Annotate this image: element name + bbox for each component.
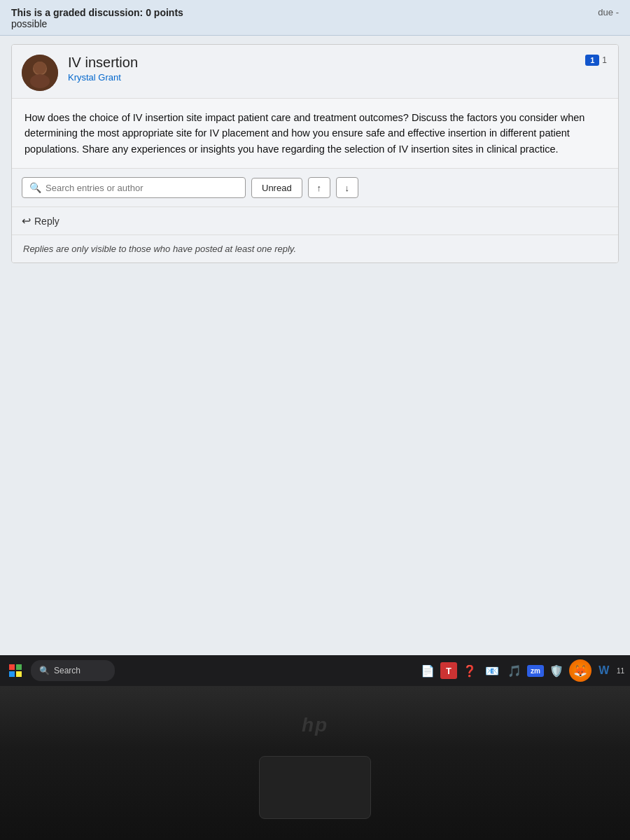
search-filter-row: 🔍 Unread ↑ ↓ (12, 169, 618, 207)
reply-row: ↩ Reply (12, 207, 618, 235)
reply-arrow-icon: ↩ (22, 214, 31, 227)
taskbar-search-icon: 🔍 (39, 666, 50, 676)
taskbar-media-icon[interactable]: 🎵 (505, 661, 524, 680)
graded-title: This is a graded discussion: 0 points (11, 7, 183, 18)
download-icon-button[interactable]: ↓ (336, 177, 358, 198)
search-input[interactable] (46, 183, 238, 193)
post-title-area: IV insertion Krystal Grant (68, 55, 585, 83)
taskbar-w-icon[interactable]: W (594, 661, 614, 680)
unread-button[interactable]: Unread (251, 178, 302, 198)
taskbar-mail-icon[interactable]: 📧 (482, 661, 502, 680)
taskbar: 🔍 Search 📄 T ❓ 📧 🎵 zm 🛡️ 🦊 W 11 (0, 655, 630, 686)
laptop-brand-logo: hp (302, 714, 328, 736)
badge-suffix: 1 (602, 55, 607, 65)
taskbar-search-label: Search (54, 666, 80, 676)
svg-point-2 (30, 74, 50, 88)
taskbar-shield-icon[interactable]: 🛡️ (547, 661, 566, 680)
search-box[interactable]: 🔍 (22, 177, 246, 198)
unread-badge: 1 (585, 55, 599, 66)
post-badge-area: 1 1 (585, 55, 607, 66)
laptop-touchpad (259, 756, 371, 819)
possible-label: possible (11, 18, 183, 29)
post-body-text: How does the choice of IV insertion site… (24, 110, 606, 157)
upload-icon: ↑ (316, 183, 321, 193)
laptop-body: hp (0, 686, 630, 840)
taskbar-search[interactable]: 🔍 Search (31, 660, 115, 681)
screen: This is a graded discussion: 0 points po… (0, 0, 630, 686)
taskbar-zoom-icon[interactable]: zm (527, 665, 544, 677)
taskbar-file-icon[interactable]: 📄 (418, 661, 438, 680)
avatar (22, 55, 58, 91)
reply-label: Reply (34, 216, 59, 227)
download-icon: ↓ (344, 183, 349, 193)
taskbar-help-icon[interactable]: ❓ (460, 661, 479, 680)
taskbar-t-icon[interactable]: T (440, 662, 457, 679)
windows-start-icon[interactable] (6, 661, 25, 680)
svg-point-3 (34, 62, 46, 74)
discussion-card: IV insertion Krystal Grant 1 1 How does … (11, 44, 619, 263)
post-title: IV insertion (68, 55, 585, 71)
upload-icon-button[interactable]: ↑ (308, 177, 330, 198)
post-header: IV insertion Krystal Grant 1 1 (12, 45, 618, 99)
due-label: due - (598, 7, 619, 18)
search-icon: 🔍 (29, 182, 41, 193)
post-body: How does the choice of IV insertion site… (12, 99, 618, 169)
main-content: IV insertion Krystal Grant 1 1 How does … (0, 36, 630, 686)
graded-header-left: This is a graded discussion: 0 points po… (11, 7, 183, 29)
notice-text: Replies are only visible to those who ha… (12, 235, 618, 262)
taskbar-time: 11 (617, 667, 624, 675)
post-author[interactable]: Krystal Grant (68, 72, 585, 83)
taskbar-browser-icon[interactable]: 🦊 (569, 659, 592, 682)
graded-header: This is a graded discussion: 0 points po… (0, 0, 630, 36)
reply-button[interactable]: ↩ Reply (22, 214, 59, 227)
